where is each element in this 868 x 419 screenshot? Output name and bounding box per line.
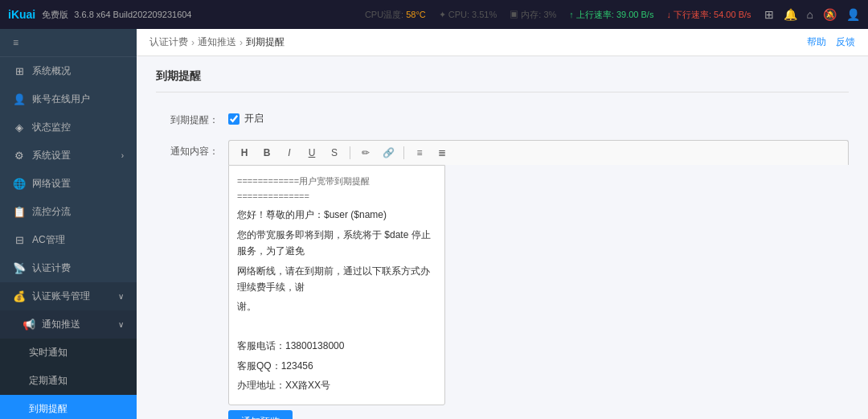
editor-line5: 谢。 (237, 298, 436, 314)
sidebar-toggle[interactable]: ≡ (0, 29, 137, 57)
toolbar-sep1 (350, 146, 350, 159)
sidebar-item-auth-account-manage[interactable]: 📋 流控分流 (0, 198, 137, 226)
breadcrumb-sep1: › (191, 37, 194, 48)
sidebar-item-system-settings[interactable]: ⚙ 系统设置 › (0, 142, 137, 170)
toolbar-italic-btn[interactable]: I (280, 144, 298, 162)
sidebar-label: 系统设置 (32, 149, 71, 162)
toolbar-link-btn[interactable]: 🔗 (379, 144, 397, 162)
enable-text: 开启 (244, 112, 264, 125)
ac-icon: 📡 (13, 262, 26, 274)
mem-stat: ▣ 内存: 3% (510, 9, 556, 21)
breadcrumb-notify-push[interactable]: 通知推送 (198, 35, 236, 49)
sidebar-item-auth-fee[interactable]: 💰 认证账号管理 ∨ (0, 282, 137, 310)
sidebar-item-network-settings[interactable]: 🌐 网络设置 (0, 170, 137, 198)
chevron-right-icon: › (121, 151, 124, 160)
download-stat: ↓ 下行速率: 54.00 B/s (666, 9, 751, 21)
editor-line2: 您好！尊敬的用户：$user ($name) (237, 207, 436, 223)
sidebar-label: 账号在线用户 (32, 92, 90, 106)
editor-toolbar: H B I U S ✏ 🔗 ≡ ≣ (228, 140, 849, 165)
app-edition: 免费版 3.6.8 x64 Build202209231604 (42, 9, 191, 21)
topbar-left: iKuai 免费版 3.6.8 x64 Build202209231604 (8, 8, 191, 21)
expire-remind-control: 开启 (228, 109, 849, 125)
app-logo: iKuai (8, 8, 35, 21)
chevron-down-icon2: ∨ (118, 320, 124, 329)
sidebar-label: 认证账号管理 (32, 290, 90, 303)
fee-icon: 💰 (13, 290, 26, 302)
home-icon[interactable]: ⌂ (807, 8, 813, 21)
editor-line6 (237, 318, 436, 335)
editor-line3: 您的带宽服务即将到期，系统将于 $date 停止服务，为了避免 (237, 227, 436, 260)
help-link[interactable]: 帮助 (807, 35, 826, 49)
sidebar-label: 认证计费 (32, 261, 71, 275)
sidebar: ≡ ⊞ 系统概况 👤 账号在线用户 ◈ 状态监控 ⚙ 系统设置 › 🌐 网络设置… (0, 29, 137, 419)
toolbar-underline-btn[interactable]: U (303, 144, 321, 162)
upload-stat: ↑ 上行速率: 39.00 B/s (569, 9, 653, 21)
sidebar-item-expire-remind[interactable]: 到期提醒 (0, 395, 137, 419)
editor-content[interactable]: ============用户宽带到期提醒============== 您好！尊敬… (228, 165, 445, 405)
user-icon[interactable]: 👤 (846, 8, 860, 21)
expire-remind-label: 到期提醒： (156, 109, 228, 127)
overview-icon: ⊞ (13, 65, 26, 77)
enable-checkbox-label[interactable]: 开启 (228, 109, 849, 125)
toolbar-list-ul-btn[interactable]: ≡ (411, 144, 428, 162)
sidebar-item-timing-notify[interactable]: 定期通知 (0, 367, 137, 395)
page-content: 到期提醒 到期提醒： 开启 通知内容： H B I (137, 56, 868, 419)
toolbar-brush-btn[interactable]: ✏ (357, 144, 375, 162)
sidebar-item-traffic[interactable]: ⊟ AC管理 (0, 226, 137, 254)
sidebar-label: 定期通知 (29, 374, 68, 388)
auth-icon: 📋 (13, 206, 26, 218)
main-layout: ≡ ⊞ 系统概况 👤 账号在线用户 ◈ 状态监控 ⚙ 系统设置 › 🌐 网络设置… (0, 29, 868, 419)
feedback-link[interactable]: 反馈 (836, 35, 855, 49)
network-icon: 🌐 (13, 178, 26, 190)
sidebar-label: 流控分流 (32, 205, 71, 219)
sidebar-item-online-users[interactable]: 👤 账号在线用户 (0, 85, 137, 113)
notify-content-label: 通知内容： (156, 140, 228, 158)
expire-remind-row: 到期提醒： 开启 (156, 109, 849, 127)
breadcrumb-bar: 认证计费 › 通知推送 › 到期提醒 帮助 反馈 (137, 29, 868, 56)
editor-line8: 客服QQ：123456 (237, 358, 436, 374)
toolbar-h-btn[interactable]: H (235, 144, 253, 162)
toolbar-strikethrough-btn[interactable]: S (326, 144, 343, 162)
cpu-temp-stat: CPU温度: 58°C (365, 9, 426, 21)
sidebar-item-ac-manage[interactable]: 📡 认证计费 (0, 254, 137, 282)
grid-icon[interactable]: ⊞ (764, 8, 774, 21)
help-feedback: 帮助 反馈 (807, 35, 855, 49)
sidebar-item-notify-push[interactable]: 📢 通知推送 ∨ (0, 310, 137, 339)
bell-icon[interactable]: 🔔 (784, 8, 797, 21)
topbar-icons: ⊞ 🔔 ⌂ 🔕 👤 (764, 8, 860, 21)
alert-icon[interactable]: 🔕 (823, 8, 837, 21)
editor-line1: ============用户宽带到期提醒============== (237, 174, 436, 203)
sidebar-label: 网络设置 (32, 177, 71, 191)
sidebar-item-status-monitor[interactable]: ◈ 状态监控 (0, 113, 137, 142)
monitor-icon: ◈ (13, 121, 26, 134)
menu-icon: ≡ (13, 37, 18, 48)
preview-button[interactable]: 通知预览 (228, 410, 293, 419)
cpu-stat: ✦ CPU: 3.51% (439, 10, 497, 20)
editor-line4: 网络断线，请在到期前，通过以下联系方式办理续费手续，谢 (237, 263, 436, 296)
sidebar-item-realtime-notify[interactable]: 实时通知 (0, 339, 137, 367)
breadcrumb-sep2: › (240, 37, 243, 48)
sidebar-label: 通知推送 (42, 318, 80, 331)
editor-line7: 客服电话：13800138000 (237, 338, 436, 354)
content-area: 认证计费 › 通知推送 › 到期提醒 帮助 反馈 到期提醒 到期提醒： 开启 (137, 29, 868, 419)
topbar: iKuai 免费版 3.6.8 x64 Build202209231604 CP… (0, 0, 868, 29)
sidebar-label: 到期提醒 (29, 402, 68, 416)
breadcrumb: 认证计费 › 通知推送 › 到期提醒 (149, 35, 285, 49)
notify-content-row: 通知内容： H B I U S ✏ 🔗 ≡ ≣ (156, 140, 849, 419)
notify-push-section: 📢 通知推送 ∨ 实时通知 定期通知 到期提醒 提号用户过期通知 (0, 310, 137, 419)
sidebar-label: AC管理 (32, 233, 65, 247)
editor-line9: 办理地址：XX路XX号 (237, 377, 436, 393)
toolbar-bold-btn[interactable]: B (258, 144, 276, 162)
sidebar-item-system-overview[interactable]: ⊞ 系统概况 (0, 57, 137, 85)
notify-content-control: H B I U S ✏ 🔗 ≡ ≣ ============用户宽带到期提醒==… (228, 140, 849, 419)
breadcrumb-auth-fee[interactable]: 认证计费 (149, 35, 188, 49)
toolbar-sep2 (403, 146, 404, 159)
sidebar-label: 系统概况 (32, 64, 71, 78)
notify-icon: 📢 (23, 318, 35, 331)
page-title: 到期提醒 (156, 69, 849, 92)
system-stats: CPU温度: 58°C ✦ CPU: 3.51% ▣ 内存: 3% ↑ 上行速率… (365, 9, 751, 21)
toolbar-list-ol-btn[interactable]: ≣ (433, 144, 451, 162)
enable-checkbox[interactable] (228, 113, 240, 125)
chevron-down-icon: ∨ (118, 292, 124, 301)
settings-icon: ⚙ (13, 150, 26, 162)
